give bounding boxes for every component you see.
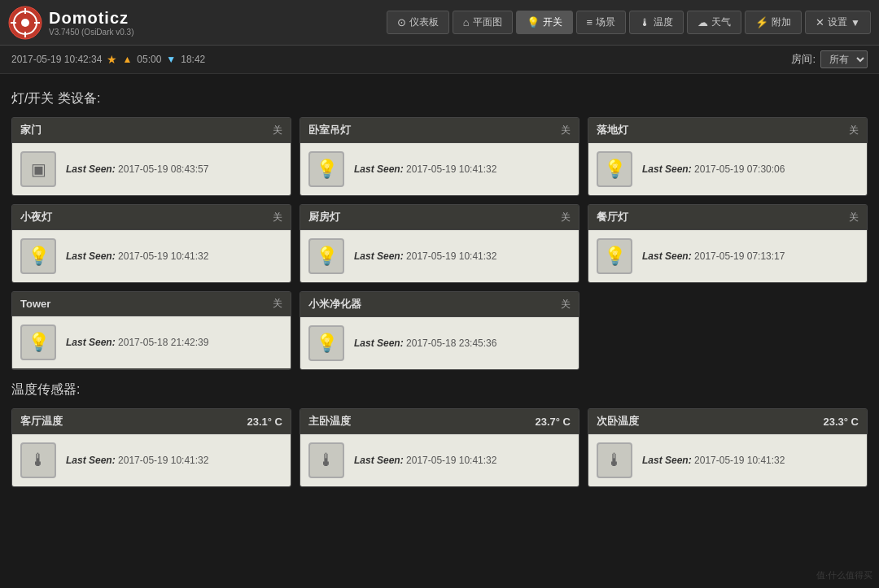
nav-temperature[interactable]: 🌡 温度 <box>629 11 684 34</box>
main-nav: ⊙ 仪表板 ⌂ 平面图 💡 开关 ≡ 场景 🌡 温度 ☁ 天气 ⚡ 附加 ✕ <box>387 11 871 34</box>
temp-grid: 客厅温度 23.1° C 🌡 Last Seen: 2017-05-19 10:… <box>11 408 868 487</box>
device-xiaoyedeng-icon-wrap[interactable]: 💡 <box>20 238 56 274</box>
device-xiaoyedeng-body: 💡 Last Seen: 2017-05-19 10:41:32 <box>12 230 291 282</box>
temp-card-living-header: 客厅温度 23.1° C <box>12 409 291 434</box>
nav-settings[interactable]: ✕ 设置 ▼ <box>805 11 871 34</box>
nav-scenes[interactable]: ≡ 场景 <box>576 11 627 34</box>
device-tower-body: 💡 Last Seen: 2017-05-18 21:42:39 <box>12 316 291 368</box>
device-tower-name: Tower <box>20 298 50 310</box>
temp-master-icon-wrap[interactable]: 🌡 <box>308 442 344 478</box>
temp-second-last-seen: Last Seen: 2017-05-19 10:41:32 <box>642 455 785 466</box>
device-xiaoyedeng-status: 关 <box>273 211 282 224</box>
header: Domoticz V3.7450 (OsiDark v0.3) ⊙ 仪表板 ⌂ … <box>0 0 879 46</box>
device-xiaomi-body: 💡 Last Seen: 2017-05-18 23:45:36 <box>300 317 579 369</box>
lights-grid: 家门 关 ▣ Last Seen: 2017-05-19 08:43:57 卧室… <box>11 117 868 370</box>
temp-section-title: 温度传感器: <box>11 381 868 399</box>
device-canting-icon-wrap[interactable]: 💡 <box>597 238 632 274</box>
svg-point-2 <box>21 19 29 27</box>
device-xiaomi-name: 小米净化器 <box>308 297 361 311</box>
nav-switches[interactable]: 💡 开关 <box>516 11 573 34</box>
device-card-chufang: 厨房灯 关 💡 Last Seen: 2017-05-19 10:41:32 <box>300 204 579 283</box>
device-card-woshi: 卧室吊灯 关 💡 Last Seen: 2017-05-19 10:41:32 <box>300 117 579 196</box>
lights-section-title: 灯/开关 类设备: <box>11 90 868 107</box>
temp-master-body: 🌡 Last Seen: 2017-05-19 10:41:32 <box>300 434 579 486</box>
logo-icon <box>8 6 42 40</box>
device-card-chufang-header: 厨房灯 关 <box>300 205 579 230</box>
sunset-arrow: ▼ <box>166 54 176 65</box>
device-jiamen-body: ▣ Last Seen: 2017-05-19 08:43:57 <box>12 143 291 195</box>
device-card-xiaoyedeng: 小夜灯 关 💡 Last Seen: 2017-05-19 10:41:32 <box>11 204 291 283</box>
device-xiaomi-status: 关 <box>561 298 571 311</box>
temp-second-value: 23.3° C <box>823 416 859 428</box>
temp-master-name: 主卧温度 <box>308 414 351 429</box>
nav-extra[interactable]: ⚡ 附加 <box>745 11 802 34</box>
device-canting-body: 💡 Last Seen: 2017-05-19 07:13:17 <box>588 230 867 282</box>
bulb-icon: 💡 <box>316 159 338 180</box>
sunrise-arrow: ▲ <box>122 54 132 65</box>
device-canting-name: 餐厅灯 <box>597 210 628 224</box>
device-luodideng-name: 落地灯 <box>597 123 628 137</box>
device-woshi-last-seen: Last Seen: 2017-05-19 10:41:32 <box>354 163 496 175</box>
device-xiaoyedeng-last-seen: Last Seen: 2017-05-19 10:41:32 <box>66 250 208 262</box>
nav-dashboard[interactable]: ⊙ 仪表板 <box>387 11 449 34</box>
datetime-text: 2017-05-19 10:42:34 <box>11 54 102 65</box>
device-chufang-status: 关 <box>561 211 571 224</box>
device-tower-icon-wrap[interactable]: 💡 <box>20 324 56 360</box>
device-card-luodideng-header: 落地灯 关 <box>588 118 867 143</box>
device-tower-last-seen: Last Seen: 2017-05-18 21:42:39 <box>66 337 208 348</box>
device-woshi-icon-wrap[interactable]: 💡 <box>308 151 344 187</box>
logo-area: Domoticz V3.7450 (OsiDark v0.3) <box>8 6 155 40</box>
app-version: V3.7450 (OsiDark v0.3) <box>49 28 134 37</box>
device-card-luodideng: 落地灯 关 💡 Last Seen: 2017-05-19 07:30:06 <box>588 117 868 196</box>
device-luodideng-body: 💡 Last Seen: 2017-05-19 07:30:06 <box>588 143 867 195</box>
switches-icon: 💡 <box>527 16 540 28</box>
nav-dashboard-label: 仪表板 <box>409 15 439 29</box>
device-card-xiaomi-header: 小米净化器 关 <box>300 292 579 317</box>
device-jiamen-last-seen: Last Seen: 2017-05-19 08:43:57 <box>66 163 208 175</box>
device-xiaomi-icon-wrap[interactable]: 💡 <box>308 325 344 361</box>
device-xiaomi-last-seen: Last Seen: 2017-05-18 23:45:36 <box>354 338 496 349</box>
watermark: 值·什么值得买 <box>816 569 872 581</box>
device-chufang-body: 💡 Last Seen: 2017-05-19 10:41:32 <box>300 230 579 282</box>
device-canting-status: 关 <box>849 211 859 224</box>
temp-second-body: 🌡 Last Seen: 2017-05-19 10:41:32 <box>588 434 867 486</box>
temp-card-second-header: 次卧温度 23.3° C <box>588 409 867 434</box>
device-canting-last-seen: Last Seen: 2017-05-19 07:13:17 <box>642 250 785 262</box>
device-jiamen-icon-wrap[interactable]: ▣ <box>20 151 56 187</box>
device-woshi-status: 关 <box>561 124 571 137</box>
sun-icon: ★ <box>107 53 117 66</box>
extra-icon: ⚡ <box>755 16 768 28</box>
main-content: 灯/开关 类设备: 家门 关 ▣ Last Seen: 2017-05-19 0… <box>0 74 879 508</box>
device-chufang-name: 厨房灯 <box>308 210 340 224</box>
room-label: 房间: <box>791 52 816 67</box>
temp-living-body: 🌡 Last Seen: 2017-05-19 10:41:32 <box>12 434 291 486</box>
device-card-canting-header: 餐厅灯 关 <box>588 205 867 230</box>
thermometer-icon-3: 🌡 <box>606 450 623 471</box>
device-card-tower-header: Tower 关 <box>12 292 291 316</box>
device-card-jiamen: 家门 关 ▣ Last Seen: 2017-05-19 08:43:57 <box>11 117 291 196</box>
nav-weather[interactable]: ☁ 天气 <box>687 11 741 34</box>
device-jiamen-status: 关 <box>273 124 282 137</box>
bulb-icon-6: 💡 <box>28 332 50 353</box>
temp-living-icon-wrap[interactable]: 🌡 <box>20 442 56 478</box>
device-card-woshi-header: 卧室吊灯 关 <box>300 118 579 143</box>
temp-master-value: 23.7° C <box>535 416 571 428</box>
room-select-area: 房间: 所有 <box>791 50 868 68</box>
settings-dropdown-icon: ▼ <box>851 17 860 28</box>
temp-living-name: 客厅温度 <box>20 414 63 429</box>
bulb-icon-4: 💡 <box>316 246 338 267</box>
subheader: 2017-05-19 10:42:34 ★ ▲ 05:00 ▼ 18:42 房间… <box>0 46 879 74</box>
device-card-canting: 餐厅灯 关 💡 Last Seen: 2017-05-19 07:13:17 <box>588 204 868 283</box>
device-tower-status: 关 <box>273 297 282 311</box>
bulb-icon-3: 💡 <box>28 246 50 267</box>
device-chufang-icon-wrap[interactable]: 💡 <box>308 238 344 274</box>
device-luodideng-icon-wrap[interactable]: 💡 <box>597 151 632 187</box>
temp-card-living: 客厅温度 23.1° C 🌡 Last Seen: 2017-05-19 10:… <box>11 408 291 487</box>
dashboard-icon: ⊙ <box>397 16 406 28</box>
nav-floorplan[interactable]: ⌂ 平面图 <box>453 11 513 34</box>
device-luodideng-status: 关 <box>849 124 859 137</box>
sunset-time: 18:42 <box>181 54 205 65</box>
room-dropdown[interactable]: 所有 <box>820 50 868 68</box>
temp-second-icon-wrap[interactable]: 🌡 <box>597 442 632 478</box>
device-card-xiaomi: 小米净化器 关 💡 Last Seen: 2017-05-18 23:45:36 <box>300 291 579 370</box>
